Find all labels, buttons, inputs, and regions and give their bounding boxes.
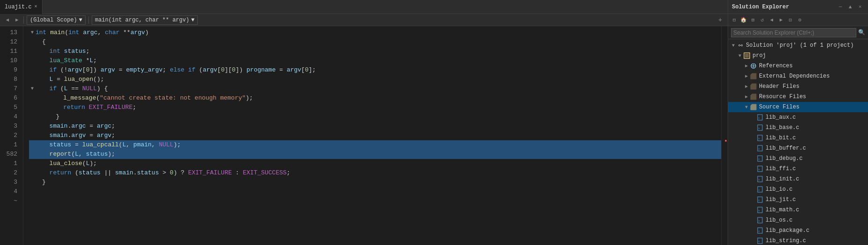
tree-item-resource-files[interactable]: ►Resource Files: [728, 92, 868, 102]
collapse-arrow[interactable]: [29, 178, 36, 187]
tree-item-lib-jit[interactable]: clib_jit.c: [728, 195, 868, 205]
se-unpin-button[interactable]: ▲: [846, 3, 854, 11]
tree-item-lib-init[interactable]: clib_init.c: [728, 174, 868, 184]
code-token: .: [68, 122, 72, 131]
tab-close-button[interactable]: ×: [35, 4, 37, 9]
scope-dropdown-label: (Global Scope): [30, 17, 77, 23]
code-token: [60, 47, 64, 56]
tree-item-lib-aux[interactable]: clib_aux.c: [728, 112, 868, 122]
code-token: (: [195, 65, 203, 75]
code-token: L: [89, 56, 93, 65]
collapse-arrow[interactable]: [29, 47, 36, 56]
code-token: EXIT_FAILURE: [188, 168, 232, 178]
tree-item-arrow[interactable]: ►: [743, 94, 750, 100]
collapse-arrow[interactable]: [29, 94, 36, 103]
code-token: L: [64, 84, 68, 94]
line-numbers: 131211109876543215821234~: [0, 26, 23, 245]
code-token: L: [123, 140, 126, 150]
se-toolbar-btn-1[interactable]: ⊟: [730, 16, 738, 24]
se-toolbar-btn-5[interactable]: ◄: [767, 16, 776, 24]
collapse-arrow[interactable]: [29, 65, 36, 75]
collapse-arrow[interactable]: [29, 75, 36, 84]
tree-item-lib-os[interactable]: clib_os.c: [728, 215, 868, 225]
scope-dropdown[interactable]: (Global Scope) ▼: [27, 15, 86, 25]
code-token: [42, 140, 50, 150]
se-tree: ▼⚯Solution 'proj' (1 of 1 project)▼proj►…: [728, 39, 868, 245]
tree-item-arrow[interactable]: ►: [743, 64, 750, 69]
tree-item-lib-buffer[interactable]: clib_buffer.c: [728, 143, 868, 153]
se-toolbar-btn-7[interactable]: ⊡: [786, 16, 795, 24]
tree-item-solution[interactable]: ▼⚯Solution 'proj' (1 of 1 project): [728, 40, 868, 50]
solution-explorer-header: Solution Explorer ─ ▲ ×: [728, 0, 868, 14]
code-line: l_message("cannot create state: not enou…: [29, 94, 721, 103]
tree-item-lib-base[interactable]: clib_base.c: [728, 122, 868, 133]
collapse-arrow[interactable]: ▼: [29, 84, 36, 94]
tree-item-lib-ffi[interactable]: clib_ffi.c: [728, 164, 868, 174]
collapse-arrow[interactable]: [29, 159, 36, 168]
tree-item-arrow[interactable]: ▼: [730, 43, 737, 48]
tree-item-ext-deps[interactable]: ►External Dependencies: [728, 71, 868, 81]
code-line: {: [29, 37, 721, 47]
tree-item-arrow[interactable]: ▼: [743, 105, 750, 110]
code-token: L: [86, 159, 90, 168]
collapse-arrow[interactable]: [29, 196, 36, 206]
code-token: ];: [309, 65, 316, 75]
collapse-arrow[interactable]: [29, 150, 36, 159]
function-dropdown[interactable]: main(int argc, char ** argv) ▼: [92, 15, 198, 25]
editor-tab[interactable]: luajit.c ×: [0, 0, 43, 14]
code-body[interactable]: ▼int main(int argc, char **argv) { int s…: [23, 26, 721, 245]
collapse-arrow[interactable]: [29, 37, 36, 47]
nav-back-button[interactable]: ◄: [4, 16, 11, 24]
tree-item-icon: c: [756, 237, 764, 245]
tree-item-lib-string[interactable]: clib_string.c: [728, 236, 868, 245]
tree-item-arrow[interactable]: ►: [743, 74, 750, 79]
tree-item-lib-io[interactable]: clib_io.c: [728, 184, 868, 195]
code-token: if: [188, 65, 195, 75]
code-token: main: [50, 28, 65, 37]
se-toolbar-btn-6[interactable]: ►: [777, 16, 785, 24]
tree-item-icon: c: [756, 165, 764, 173]
tree-item-lib-math[interactable]: clib_math.c: [728, 205, 868, 215]
tree-item-header-files[interactable]: ►Header Files: [728, 81, 868, 92]
code-token: ||: [101, 168, 115, 178]
tree-item-icon: c: [756, 124, 764, 131]
solution-explorer: Solution Explorer ─ ▲ × ⊟ 🏠 ⊞ ↺ ◄ ► ⊡ ⚙ …: [728, 0, 868, 245]
code-token: l_message: [63, 94, 96, 103]
collapse-arrow[interactable]: [29, 187, 36, 196]
tree-item-icon: c: [756, 186, 764, 193]
collapse-arrow[interactable]: [29, 168, 36, 178]
collapse-arrow[interactable]: [29, 140, 36, 150]
tree-item-lib-bit[interactable]: clib_bit.c: [728, 133, 868, 143]
tree-item-lib-package[interactable]: clib_package.c: [728, 225, 868, 236]
se-search-input[interactable]: [731, 28, 856, 37]
code-token: argc: [97, 122, 111, 131]
tree-item-icon: c: [756, 114, 764, 121]
se-pin-button[interactable]: ─: [836, 3, 845, 11]
code-token: [80, 28, 83, 37]
collapse-arrow[interactable]: [29, 122, 36, 131]
tree-item-label: lib_math.c: [766, 207, 799, 213]
code-token: =: [71, 140, 82, 150]
code-token: =: [86, 131, 97, 140]
code-token: 0: [170, 168, 174, 178]
scrollbar[interactable]: [721, 26, 728, 245]
se-toolbar: ⊟ 🏠 ⊞ ↺ ◄ ► ⊡ ⚙: [728, 14, 868, 26]
se-toolbar-btn-2[interactable]: 🏠: [739, 16, 748, 24]
se-toolbar-btn-4[interactable]: ↺: [758, 16, 767, 24]
add-split-button[interactable]: +: [716, 16, 724, 24]
tree-item-lib-debug[interactable]: clib_debug.c: [728, 153, 868, 164]
se-toolbar-btn-3[interactable]: ⊞: [749, 16, 757, 24]
se-toolbar-btn-8[interactable]: ⚙: [796, 16, 804, 24]
collapse-arrow[interactable]: [29, 103, 36, 112]
tree-item-source-files[interactable]: ▼Source Files: [728, 102, 868, 112]
collapse-arrow[interactable]: ▼: [29, 28, 36, 37]
collapse-arrow[interactable]: [29, 56, 36, 65]
tree-item-references[interactable]: ►References: [728, 61, 868, 71]
tree-item-arrow[interactable]: ►: [743, 84, 750, 89]
nav-forward-button[interactable]: ►: [13, 16, 21, 24]
tree-item-proj[interactable]: ▼proj: [728, 50, 868, 61]
collapse-arrow[interactable]: [29, 112, 36, 122]
se-close-button[interactable]: ×: [856, 3, 864, 11]
collapse-arrow[interactable]: [29, 131, 36, 140]
tree-item-arrow[interactable]: ▼: [737, 53, 743, 58]
